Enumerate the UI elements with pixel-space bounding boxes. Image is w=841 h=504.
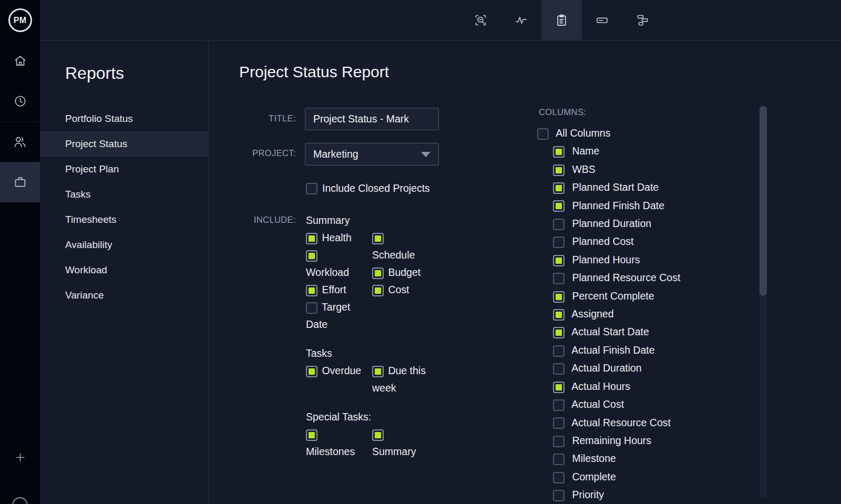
checkbox-item-actual-duration[interactable]: Actual Duration — [553, 359, 680, 377]
checkbox-item-cost[interactable]: Cost — [372, 281, 428, 299]
checkbox-item-schedule[interactable]: Schedule — [372, 229, 428, 264]
include-section-label: INCLUDE: — [209, 215, 296, 225]
checkbox-milestones[interactable] — [306, 429, 317, 441]
report-item-workload[interactable]: Workload — [40, 258, 208, 283]
checkbox-actual-resource-cost[interactable] — [553, 417, 565, 429]
checkbox-percent-complete[interactable] — [553, 291, 565, 303]
activity-button[interactable] — [501, 0, 541, 40]
checkbox-budget[interactable] — [372, 268, 384, 279]
rail-item-home[interactable] — [0, 40, 40, 81]
checkbox-milestone[interactable] — [553, 454, 565, 465]
report-item-project-status[interactable]: Project Status — [40, 131, 208, 157]
scrollbar-thumb[interactable] — [760, 106, 767, 296]
include-group-heading: Summary — [306, 212, 453, 229]
report-item-variance[interactable]: Variance — [40, 283, 208, 308]
checkbox-overdue[interactable] — [306, 366, 317, 377]
report-item-availability[interactable]: Availability — [40, 232, 208, 258]
report-item-tasks[interactable]: Tasks — [40, 182, 208, 207]
portfolio-button[interactable] — [622, 0, 663, 40]
checkbox-all-columns[interactable] — [537, 128, 549, 140]
checkbox-planned-finish-date[interactable] — [553, 200, 565, 212]
rail-item-team[interactable] — [0, 121, 40, 162]
checkbox-workload[interactable] — [306, 250, 317, 262]
checkbox-item-percent-complete[interactable]: Percent Complete — [553, 287, 680, 305]
checkbox-planned-start-date[interactable] — [553, 182, 565, 194]
checkbox-item-milestone[interactable]: Milestone — [553, 449, 680, 467]
report-item-label: Timesheets — [65, 214, 117, 225]
project-select[interactable]: Marketing — [305, 143, 439, 166]
title-input[interactable] — [305, 108, 439, 130]
checkbox-item-workload[interactable]: Workload — [306, 246, 362, 281]
checkbox-cost[interactable] — [372, 285, 384, 296]
checkbox-item-remaining-hours[interactable]: Remaining Hours — [553, 431, 680, 449]
checkbox-priority[interactable] — [553, 490, 565, 501]
checkbox-item-planned-cost[interactable]: Planned Cost — [553, 232, 680, 250]
checkbox-target-date[interactable] — [306, 302, 317, 314]
app-logo[interactable]: PM — [0, 0, 40, 40]
checkbox-item-budget[interactable]: Budget — [372, 264, 428, 281]
checkbox-actual-cost[interactable] — [553, 399, 565, 411]
checkbox-item-overdue[interactable]: Overdue — [306, 362, 362, 379]
region-search-button[interactable] — [460, 0, 501, 40]
add-button[interactable] — [14, 451, 27, 464]
checkbox-item-actual-resource-cost[interactable]: Actual Resource Cost — [553, 414, 680, 431]
report-item-label: Project Status — [65, 138, 127, 150]
checkbox-item-priority[interactable]: Priority — [553, 486, 680, 503]
checkbox-schedule[interactable] — [372, 233, 384, 244]
checkbox-planned-duration[interactable] — [553, 219, 565, 230]
checkbox-item-planned-finish-date[interactable]: Planned Finish Date — [553, 197, 680, 214]
checkbox-item-all-columns[interactable]: All Columns — [537, 124, 680, 142]
checkbox-label: Actual Finish Date — [571, 344, 654, 356]
checkbox-item-effort[interactable]: Effort — [306, 281, 362, 299]
include-closed-row[interactable]: Include Closed Projects — [306, 182, 430, 194]
left-rail — [0, 40, 40, 504]
checkbox-item-actual-finish-date[interactable]: Actual Finish Date — [553, 341, 680, 359]
checkbox-assigned[interactable] — [553, 309, 565, 321]
report-item-label: Variance — [65, 290, 104, 301]
checkbox-item-actual-hours[interactable]: Actual Hours — [553, 377, 680, 395]
checkbox-item-planned-duration[interactable]: Planned Duration — [553, 214, 680, 232]
checkbox-complete[interactable] — [553, 472, 565, 484]
checkbox-item-planned-resource-cost[interactable]: Planned Resource Cost — [553, 269, 680, 286]
checkbox-item-health[interactable]: Health — [306, 229, 362, 246]
rail-item-time[interactable] — [0, 81, 40, 121]
checkbox-item-milestones[interactable]: Milestones — [306, 426, 362, 460]
checkbox-item-actual-start-date[interactable]: Actual Start Date — [553, 323, 680, 341]
checkbox-actual-start-date[interactable] — [553, 327, 565, 338]
checkbox-label: Actual Hours — [571, 380, 630, 392]
checkbox-planned-hours[interactable] — [553, 255, 565, 266]
reports-button[interactable] — [541, 0, 582, 40]
checkbox-summary[interactable] — [372, 429, 384, 441]
report-item-timesheets[interactable]: Timesheets — [40, 207, 208, 232]
checkbox-remaining-hours[interactable] — [553, 436, 565, 447]
checkbox-planned-cost[interactable] — [553, 236, 565, 248]
checkbox-item-assigned[interactable]: Assigned — [553, 305, 680, 323]
include-closed-checkbox[interactable] — [306, 183, 317, 194]
checkbox-item-due-this-week[interactable]: Due this week — [372, 362, 428, 397]
checkbox-actual-finish-date[interactable] — [553, 345, 565, 357]
help-bubble-icon[interactable] — [12, 497, 28, 504]
checkbox-item-target-date[interactable]: Target Date — [306, 299, 362, 333]
checkbox-label: All Columns — [556, 127, 610, 139]
checkbox-item-planned-hours[interactable]: Planned Hours — [553, 251, 680, 269]
checkbox-item-planned-start-date[interactable]: Planned Start Date — [553, 178, 680, 196]
report-item-project-plan[interactable]: Project Plan — [40, 157, 208, 182]
scrollbar-track[interactable] — [760, 105, 767, 498]
rail-item-projects[interactable] — [0, 162, 40, 202]
checkbox-item-summary[interactable]: Summary — [372, 426, 428, 460]
checkbox-health[interactable] — [306, 233, 317, 244]
checkbox-due-this-week[interactable] — [372, 366, 384, 377]
checkbox-actual-hours[interactable] — [553, 382, 565, 393]
checkbox-wbs[interactable] — [553, 164, 565, 176]
checkbox-item-name[interactable]: Name — [553, 142, 680, 160]
checkbox-item-actual-cost[interactable]: Actual Cost — [553, 395, 680, 413]
checkbox-name[interactable] — [553, 146, 565, 158]
checkbox-effort[interactable] — [306, 285, 317, 296]
report-item-portfolio-status[interactable]: Portfolio Status — [40, 106, 208, 131]
checkbox-planned-resource-cost[interactable] — [553, 273, 565, 284]
checkbox-item-wbs[interactable]: WBS — [553, 160, 680, 178]
checkbox-item-complete[interactable]: Complete — [553, 468, 680, 486]
checkbox-label: Percent Complete — [572, 290, 654, 302]
timeline-button[interactable] — [582, 0, 622, 40]
checkbox-actual-duration[interactable] — [553, 363, 565, 375]
